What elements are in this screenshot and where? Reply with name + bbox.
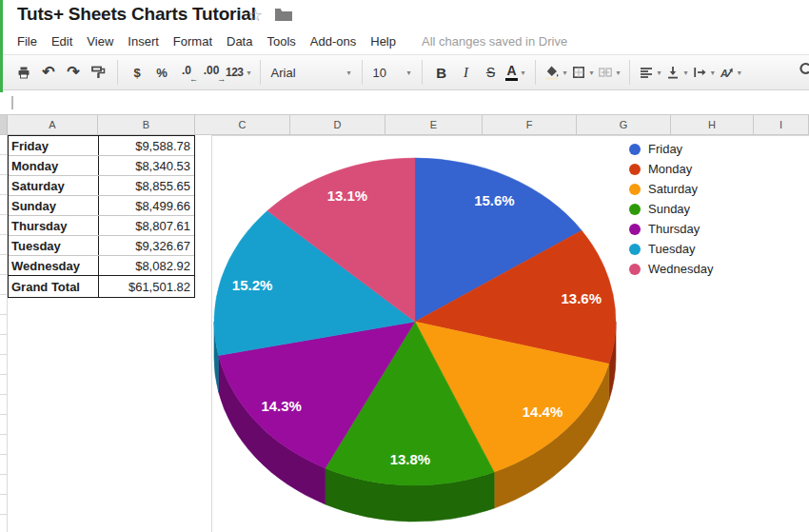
column-header-G[interactable]: G (577, 115, 671, 134)
menu-help[interactable]: Help (370, 34, 396, 49)
cell-day-label[interactable]: Grand Total (9, 276, 99, 297)
legend-label: Sunday (648, 202, 690, 216)
redo-icon-label: ↷ (67, 65, 79, 80)
cell-day-label[interactable]: Thursday (9, 216, 99, 235)
bold-icon[interactable]: B (431, 60, 452, 85)
menu-insert[interactable]: Insert (128, 34, 159, 49)
menu-addons[interactable]: Add-ons (310, 34, 356, 49)
legend-label: Friday (648, 142, 682, 156)
menu-format[interactable]: Format (173, 34, 212, 49)
cell-amount-value[interactable]: $8,340.53 (99, 156, 194, 175)
vertical-align-icon[interactable]: ▾ (665, 60, 688, 85)
column-header-H[interactable]: H (671, 115, 754, 134)
redo-icon[interactable]: ↷ (63, 60, 84, 85)
paint-format-icon[interactable] (88, 60, 109, 85)
data-table: Friday$9,588.78Monday$8,340.53Saturday$8… (8, 135, 195, 298)
legend-color-dot (629, 164, 641, 175)
legend-color-dot (629, 244, 641, 255)
column-header-C[interactable]: C (195, 115, 290, 134)
cell-amount-value[interactable]: $8,082.92 (99, 256, 194, 275)
toolbar-divider (422, 60, 423, 85)
text-color-icon[interactable]: A▾ (505, 60, 526, 85)
pie-percent-label-friday: 15.6% (474, 192, 515, 208)
menu-edit[interactable]: Edit (51, 34, 72, 49)
cell-day-label[interactable]: Friday (9, 136, 99, 155)
legend-item-thursday[interactable]: Thursday (629, 219, 713, 239)
document-title[interactable]: Tuts+ Sheets Charts Tutorial (17, 4, 256, 25)
currency-format-icon[interactable]: $ (127, 60, 148, 85)
legend-item-saturday[interactable]: Saturday (629, 179, 713, 199)
column-header-F[interactable]: F (483, 115, 577, 134)
column-header-D[interactable]: D (290, 115, 385, 134)
svg-text:A: A (720, 68, 728, 79)
legend-item-wednesday[interactable]: Wednesday (629, 259, 713, 279)
cell-amount-value[interactable]: $61,501.82 (99, 276, 194, 297)
dropdown-caret: ▾ (347, 69, 351, 77)
dropdown-caret: ▾ (738, 69, 741, 77)
merge-cells-icon[interactable]: ▾ (598, 60, 621, 85)
cell-day-label[interactable]: Sunday (9, 196, 99, 215)
row-tick (0, 295, 7, 315)
strikethrough-label: S (486, 65, 495, 80)
cell-day-label[interactable]: Monday (9, 156, 99, 175)
percent-format-icon-label: % (156, 66, 168, 80)
menu-view[interactable]: View (87, 34, 113, 49)
legend-item-tuesday[interactable]: Tuesday (629, 239, 713, 259)
increase-decimal-icon[interactable]: .00→ (201, 60, 222, 85)
horizontal-align-icon[interactable]: ▾ (639, 60, 661, 85)
legend-label: Thursday (648, 222, 700, 236)
row-tick (0, 515, 7, 532)
select-all-corner[interactable] (0, 115, 8, 134)
menu-tools[interactable]: Tools (266, 34, 295, 49)
decimal-arrow: ← (189, 74, 198, 84)
folder-icon[interactable] (275, 8, 292, 21)
pie-chart[interactable]: 15.6%13.6%14.4%13.8%14.3%15.2%13.1% (212, 136, 809, 532)
column-header-I[interactable]: I (754, 115, 809, 134)
undo-icon[interactable]: ↶ (38, 60, 59, 85)
text-rotation-icon[interactable]: A▾ (719, 60, 741, 85)
pie-percent-label-monday: 13.6% (562, 290, 602, 306)
pie-percent-label-tuesday: 15.2% (232, 277, 273, 293)
cell-amount-value[interactable]: $9,588.78 (99, 136, 194, 155)
insert-link-icon[interactable] (796, 61, 809, 86)
dropdown-caret: ▾ (407, 69, 411, 77)
column-header-A[interactable]: A (8, 115, 98, 134)
cell-day-label[interactable]: Wednesday (9, 256, 99, 275)
legend-item-friday[interactable]: Friday (629, 139, 713, 159)
strikethrough-icon[interactable]: S (481, 60, 502, 85)
cell-day-label[interactable]: Saturday (9, 176, 99, 195)
fill-color-icon[interactable]: ▾ (544, 60, 567, 85)
menu-file[interactable]: File (17, 34, 37, 49)
cell-amount-value[interactable]: $8,807.61 (99, 216, 194, 235)
dropdown-caret: ▾ (590, 69, 594, 77)
legend-item-monday[interactable]: Monday (629, 159, 713, 179)
text-wrap-icon[interactable]: ▾ (692, 60, 715, 85)
column-header-E[interactable]: E (385, 115, 483, 134)
cell-amount-value[interactable]: $9,326.67 (99, 236, 194, 255)
cell-amount-value[interactable]: $8,855.65 (99, 176, 194, 195)
font-family-select[interactable]: Arial▾ (269, 60, 353, 85)
percent-format-icon[interactable]: % (151, 60, 172, 85)
row-tick (0, 355, 7, 375)
legend-item-sunday[interactable]: Sunday (629, 199, 713, 219)
pie-percent-label-thursday: 14.3% (261, 398, 302, 414)
more-formats-icon[interactable]: 123▾ (226, 60, 251, 85)
print-icon[interactable] (13, 60, 34, 85)
menu-data[interactable]: Data (227, 34, 252, 49)
star-icon[interactable]: ☆ (247, 5, 263, 26)
font-size-select[interactable]: 10▾ (371, 60, 413, 85)
italic-icon[interactable]: I (456, 60, 477, 85)
row-tick (0, 315, 7, 335)
dropdown-caret: ▾ (563, 69, 567, 77)
row-tick (0, 375, 7, 395)
cell-amount-value[interactable]: $8,499.66 (99, 196, 194, 215)
cell-day-label[interactable]: Tuesday (9, 236, 99, 255)
toolbar-divider (535, 60, 536, 85)
column-header-B[interactable]: B (98, 115, 195, 134)
decrease-decimal-icon[interactable]: .0← (176, 60, 197, 85)
table-row: Tuesday$9,326.67 (9, 235, 194, 255)
spreadsheet-grid: ABCDEFGHI Friday$9,588.78Monday$8,340.53… (0, 114, 809, 532)
chart-panel[interactable]: 15.6%13.6%14.4%13.8%14.3%15.2%13.1% Frid… (211, 135, 809, 532)
borders-icon[interactable]: ▾ (571, 60, 594, 85)
decrease-decimal-icon-label: .0← (182, 64, 191, 81)
